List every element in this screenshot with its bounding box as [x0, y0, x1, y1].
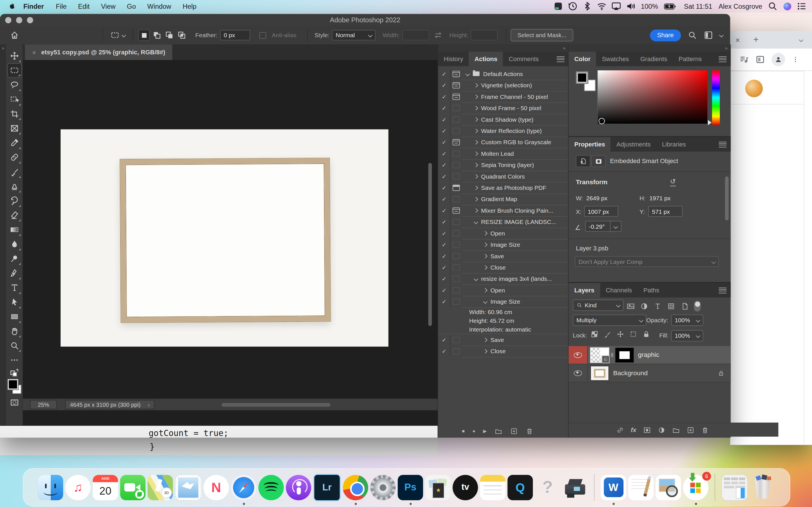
new-group-icon[interactable] — [672, 426, 680, 434]
close-button[interactable] — [5, 17, 11, 23]
action-row[interactable]: ✓Vignette (selection) — [438, 80, 569, 91]
new-action-icon[interactable] — [510, 427, 518, 435]
foreground-color-swatch[interactable] — [576, 71, 588, 83]
screen-mirroring-icon[interactable] — [611, 2, 621, 11]
layer-thumbnail[interactable] — [591, 348, 608, 362]
filter-toggle[interactable] — [694, 300, 701, 312]
selection-intersect-icon[interactable] — [177, 30, 187, 41]
menu-help[interactable]: Help — [177, 2, 202, 10]
action-step-row[interactable]: ✓Close — [438, 262, 569, 273]
panel-menu-icon[interactable] — [719, 287, 726, 293]
menu-window[interactable]: Window — [142, 2, 177, 10]
gradient-tool[interactable] — [7, 223, 22, 237]
action-step-row[interactable]: ✓Open — [438, 284, 569, 296]
action-row[interactable]: ✓Save as Photoshop PDF — [438, 182, 569, 193]
action-row[interactable]: ✓resize images 3x4 (lands... — [438, 273, 569, 284]
action-step-row[interactable]: ✓Close — [438, 346, 569, 357]
action-row[interactable]: ✓RESIZE IMAGE (LANDSC... — [438, 216, 569, 228]
dock-chrome-icon[interactable] — [343, 474, 368, 500]
control-center-icon[interactable] — [797, 2, 807, 11]
hand-tool[interactable] — [7, 324, 22, 338]
play-icon[interactable]: ▶ — [483, 429, 487, 434]
x-input[interactable]: 1007 px — [584, 206, 618, 217]
tool-preset-picker[interactable] — [110, 31, 125, 40]
stop-icon[interactable]: ■ — [462, 429, 465, 434]
menu-finder[interactable]: Finder — [18, 2, 50, 10]
user-name[interactable]: Alex Cosgrove — [715, 2, 765, 10]
tab-comments[interactable]: Comments — [503, 52, 545, 66]
zoom-tool[interactable] — [7, 338, 22, 353]
tab-history[interactable]: History — [438, 52, 469, 66]
dock-safari-icon[interactable] — [231, 474, 256, 500]
battery-icon[interactable] — [663, 2, 677, 11]
layer-row-background[interactable]: Background — [569, 364, 731, 382]
rectangle-tool[interactable] — [7, 309, 22, 324]
dock-word-icon[interactable]: W — [601, 474, 626, 500]
action-step-row[interactable]: ✓Save — [438, 334, 569, 346]
dock-textedit-icon[interactable] — [628, 474, 654, 500]
edit-toolbar-icon[interactable] — [7, 353, 22, 367]
filter-shape-layers-icon[interactable] — [667, 302, 675, 310]
swap-colors-icon[interactable] — [7, 367, 22, 378]
lock-artboard-icon[interactable] — [629, 330, 638, 338]
select-and-mask-button[interactable]: Select and Mask... — [511, 29, 573, 41]
crop-tool[interactable] — [7, 107, 22, 121]
y-input[interactable]: 571 px — [649, 206, 682, 217]
dock-spotify-icon[interactable] — [259, 474, 284, 500]
menu-edit[interactable]: Edit — [72, 2, 96, 10]
tab-color[interactable]: Color — [569, 52, 596, 66]
spotlight-icon[interactable] — [767, 2, 778, 11]
profile-avatar-icon[interactable] — [772, 53, 785, 66]
browser-tab-search-icon[interactable] — [799, 38, 804, 42]
panel-collapse-strip[interactable]: » — [569, 45, 731, 52]
lock-position-icon[interactable] — [616, 330, 624, 338]
action-row[interactable]: ✓Wood Frame - 50 pixel — [438, 103, 569, 114]
battery-percent[interactable]: 100% — [638, 2, 661, 10]
dock-system-preferences-icon[interactable] — [370, 474, 396, 500]
document-tab[interactable]: × etsy51 copy.psd @ 25% (graphic, RGB/8#… — [25, 45, 173, 60]
channel-avatar[interactable] — [745, 80, 763, 97]
time-machine-icon[interactable] — [567, 2, 578, 11]
mask-properties-icon[interactable] — [592, 155, 606, 167]
dock-mail-icon[interactable] — [175, 474, 202, 501]
action-row[interactable]: ✓Molten Lead — [438, 148, 569, 159]
panel-menu-icon[interactable] — [719, 56, 726, 62]
color-picker-handle[interactable] — [599, 118, 605, 124]
tab-swatches[interactable]: Swatches — [596, 52, 635, 66]
action-row[interactable]: ✓Custom RGB to Grayscale — [438, 136, 569, 148]
home-icon[interactable] — [7, 28, 22, 42]
action-row[interactable]: ✓Frame Channel - 50 pixel — [438, 91, 569, 102]
dock-music-icon[interactable]: ♫ — [65, 474, 91, 500]
action-row[interactable]: ✓Mixer Brush Cloning Pain... — [438, 205, 569, 216]
browser-close-tab-icon[interactable]: × — [735, 36, 740, 44]
action-row[interactable]: ✓Quadrant Colors — [438, 171, 569, 182]
dock-microsoft-autoupdate-icon[interactable]: 6 — [683, 474, 709, 500]
style-select[interactable]: Normal — [332, 30, 375, 41]
panel-scrollbar[interactable] — [725, 176, 728, 220]
dock-podcasts-icon[interactable] — [286, 474, 311, 500]
action-step-row[interactable]: ✓Image Size — [438, 296, 569, 307]
lock-all-icon[interactable] — [642, 330, 651, 338]
dock-notes-icon[interactable] — [480, 474, 506, 500]
lock-transparency-icon[interactable] — [591, 330, 599, 338]
share-button[interactable]: Share — [650, 29, 681, 41]
queue-music-icon[interactable] — [740, 55, 749, 64]
tools-collapse-strip[interactable]: » — [0, 45, 6, 425]
new-set-icon[interactable] — [495, 427, 502, 435]
panel-menu-icon[interactable] — [557, 56, 564, 62]
panel-menu-icon[interactable] — [719, 142, 726, 147]
canvas[interactable] — [23, 60, 438, 414]
delete-layer-icon[interactable] — [701, 426, 709, 434]
action-set-row[interactable]: ✓Default Actions — [438, 68, 569, 79]
layer-comp-select[interactable]: Don't Apply Layer Comp — [575, 256, 719, 267]
feather-input[interactable]: 0 px — [220, 30, 250, 41]
mask-link-icon[interactable] — [610, 351, 615, 359]
dock-photoshop-icon[interactable]: Ps — [398, 474, 423, 500]
action-row[interactable]: ✓Water Reflection (type) — [438, 125, 569, 136]
dock-news-icon[interactable]: N — [204, 474, 229, 500]
layer-filter-select[interactable]: Kind — [573, 299, 623, 311]
volume-icon[interactable] — [625, 2, 636, 11]
tab-paths[interactable]: Paths — [638, 283, 665, 297]
horizontal-scrollbar[interactable] — [221, 403, 331, 406]
quick-mask-icon[interactable] — [7, 395, 22, 409]
